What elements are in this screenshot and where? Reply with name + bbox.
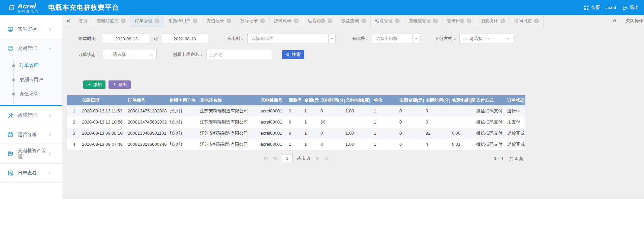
chevron-down-icon (505, 37, 510, 41)
caret-down-icon (330, 37, 334, 41)
sidebar-item-3[interactable]: 运营分析 (0, 125, 62, 144)
tab-1[interactable]: 充电站监控× (92, 15, 130, 27)
logo-sub-text: 安科瑞电气 (18, 10, 39, 13)
orders-table: 创建日期订单编号射频卡用户名充电站名称充电桩编号回路号金额(元充电时间(分)充电… (67, 95, 525, 150)
tab-close-icon[interactable]: × (294, 19, 299, 23)
tab-close-icon[interactable]: × (328, 19, 332, 23)
table-cell: acrel00001 (260, 105, 288, 116)
tab-label: 收益查询 (341, 18, 359, 24)
page-title: 电瓶车充电桩收费平台 (48, 3, 119, 12)
pile-combobox[interactable]: 选择充电桩 (372, 34, 420, 43)
order-status-select[interactable]: == 请选择 == (103, 50, 157, 59)
tab-7[interactable]: 运营趋势× (303, 15, 337, 27)
sidebar-subitem-1-2[interactable]: 充值记录 (0, 87, 62, 101)
logo-main-text: Acrel (18, 2, 39, 9)
tab-close-icon[interactable]: × (361, 19, 366, 23)
tabs-scroll-right-button[interactable] (608, 19, 620, 23)
sidebar-item-4[interactable]: 充电桩资产管理 (0, 144, 62, 163)
double-chevron-right-icon (612, 19, 617, 23)
tab-label: 射频卡用户 (168, 18, 190, 24)
tab-8[interactable]: 收益查询× (337, 15, 371, 27)
tab-11[interactable]: 登录日志× (442, 15, 476, 27)
sidebar-item-2[interactable]: 故障管理 (0, 106, 62, 125)
tab-12[interactable]: 图表统计× (476, 15, 510, 27)
tab-5[interactable]: 故障记录× (236, 15, 270, 27)
table-row-0[interactable]: 12020-08-13 13:11:532008134751302008张少群江… (67, 105, 525, 116)
tab-9[interactable]: 站点管理× (371, 15, 404, 27)
page-number-input[interactable] (282, 154, 293, 162)
filter-row-2: 订单状态： == 请选择 == 射频卡用户名： 搜索 (78, 49, 644, 60)
table-cell: 9 (288, 128, 304, 139)
table-cell: 0 (425, 105, 451, 116)
tab-13[interactable]: 访问日志× (510, 15, 544, 27)
tab-close-icon[interactable]: × (433, 19, 438, 23)
column-header-10: 单价 (373, 95, 399, 105)
add-button[interactable]: 添加 (83, 80, 105, 89)
top-header-bar: Acrel 安科瑞电气 电瓶车充电桩收费平台 全屏 acrel 退出 (0, 0, 644, 15)
fullscreen-button[interactable]: 全屏 (584, 5, 600, 11)
last-page-button[interactable] (324, 156, 329, 161)
tabs-scroll-left-button[interactable] (62, 15, 74, 27)
tab-0[interactable]: 首页 (74, 15, 92, 27)
sidebar-item-1[interactable]: 交易管理 (0, 39, 62, 58)
tab-close-icon[interactable]: × (155, 19, 159, 23)
monitor-icon (7, 26, 13, 32)
tab-close-icon[interactable]: × (260, 19, 265, 23)
table-row-3[interactable]: 42020-08-13 09:07:462008133286600746张少群江… (67, 139, 525, 150)
column-header-3: 射频卡用户名 (169, 95, 199, 105)
date-from-input[interactable] (103, 34, 150, 43)
station-combobox-value: 选择充电站 (247, 34, 328, 43)
tab-label: 充值记录 (207, 18, 224, 24)
username-link[interactable]: acrel (606, 5, 616, 10)
sidebar-item-0[interactable]: 实时监控 (0, 20, 62, 39)
table-cell: 2020-08-13 09:38:10 (81, 128, 127, 139)
logout-button[interactable]: 退出 (622, 5, 639, 11)
search-button[interactable]: 搜索 (282, 50, 304, 59)
sidebar-group-1: 交易管理订单管理射频卡用户充值记录 (0, 39, 62, 106)
bullet-icon (12, 93, 15, 96)
caret-down-icon (414, 37, 418, 41)
sidebar-subitem-1-0[interactable]: 订单管理 (0, 59, 62, 73)
rfid-username-input[interactable] (206, 50, 272, 59)
sidebar-subitem-1-1[interactable]: 射频卡用户 (0, 73, 62, 87)
first-page-button[interactable] (264, 156, 269, 161)
table-cell (451, 116, 476, 128)
sidebar-item-5[interactable]: 日志查看 (0, 164, 62, 182)
table-row-1[interactable]: 22020-08-13 13:10:562008134745602002张少群江… (67, 116, 525, 128)
station-dropdown-button[interactable] (328, 34, 336, 43)
table-cell: 1 (288, 139, 304, 150)
tab-6[interactable]: 故障代码× (270, 15, 303, 27)
table-cell: 1 (373, 139, 399, 150)
tab-label: 运营趋势 (308, 18, 325, 24)
table-cell: 9 (288, 116, 304, 128)
date-to-input[interactable] (161, 34, 208, 43)
tab-4[interactable]: 充值记录× (202, 15, 236, 27)
tab-close-icon[interactable]: × (121, 19, 126, 23)
tab-close-icon[interactable]: × (395, 19, 400, 23)
sidebar-subitem-label: 订单管理 (20, 63, 38, 69)
station-combobox[interactable]: 选择充电站 (247, 34, 336, 43)
tab-10[interactable]: 充电桩管理× (404, 15, 442, 27)
tab-close-icon[interactable]: × (467, 19, 471, 23)
prev-page-button[interactable] (273, 156, 278, 161)
tab-close-icon[interactable]: × (534, 19, 539, 23)
table-row-2[interactable]: 32020-08-13 09:38:102008133468901101张少群江… (67, 128, 525, 139)
sidebar-submenu: 订单管理射频卡用户充值记录 (0, 58, 62, 105)
next-page-button[interactable] (315, 156, 320, 161)
table-cell: 1 (67, 105, 81, 116)
export-button[interactable]: 导出 (109, 80, 131, 89)
pay-method-select[interactable]: == 请选择 == (459, 34, 513, 43)
pile-dropdown-button[interactable] (412, 34, 420, 43)
tab-2[interactable]: 订单管理× (130, 15, 164, 27)
close-actions-menu[interactable]: 关闭操作 (620, 18, 644, 24)
bullet-icon (12, 64, 15, 67)
tab-close-icon[interactable]: × (226, 19, 231, 23)
topbar-actions: 全屏 acrel 退出 (584, 5, 639, 11)
tab-3[interactable]: 射频卡用户× (164, 15, 202, 27)
table-cell: 2020-08-13 09:07:46 (81, 139, 127, 150)
tab-close-icon[interactable]: × (500, 19, 505, 23)
tab-label: 故障代码 (274, 18, 292, 24)
tab-close-icon[interactable]: × (193, 19, 197, 23)
table-cell: 退款完成 (507, 128, 525, 139)
column-header-9: 充电电能(度) (345, 95, 373, 105)
